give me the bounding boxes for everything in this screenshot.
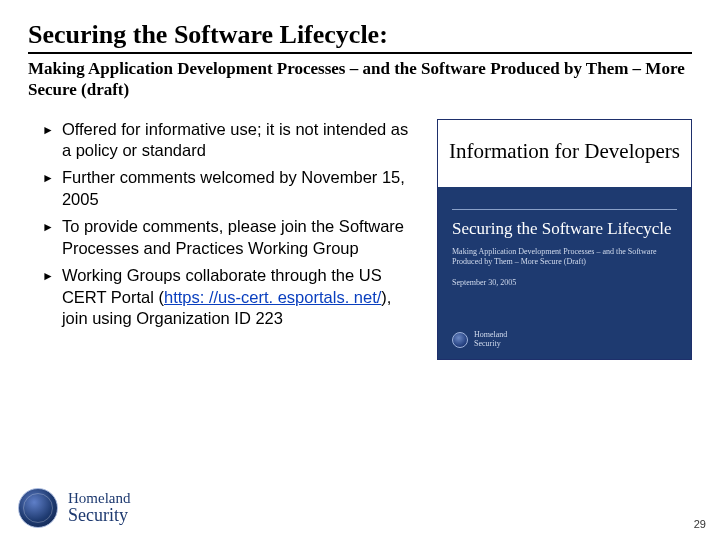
bullet-icon: ► — [42, 123, 54, 162]
dhs-seal-icon — [18, 488, 58, 528]
list-item: ► Offered for informative use; it is not… — [64, 119, 417, 162]
bullet-icon: ► — [42, 171, 54, 210]
content-row: ► Offered for informative use; it is not… — [28, 119, 692, 360]
cover-org-l2: Security — [474, 340, 507, 349]
bullet-icon: ► — [42, 220, 54, 259]
list-item: ► Working Groups collaborate through the… — [64, 265, 417, 329]
list-item: ► Further comments welcomed by November … — [64, 167, 417, 210]
portal-link[interactable]: https: //us-cert. esportals. net/ — [164, 288, 381, 306]
cover-footer: Homeland Security — [452, 331, 507, 349]
list-item: ► To provide comments, please join the S… — [64, 216, 417, 259]
cover-title: Securing the Software Lifecycle — [452, 218, 677, 239]
footer-org-l1: Homeland — [68, 491, 130, 507]
document-cover: Securing the Software Lifecycle Making A… — [438, 187, 691, 359]
cover-date: September 30, 2005 — [452, 278, 677, 287]
side-panel: Information for Developers Securing the … — [437, 119, 692, 360]
bullet-text: Further comments welcomed by November 15… — [62, 167, 417, 210]
bullet-text: To provide comments, please join the Sof… — [62, 216, 417, 259]
page-number: 29 — [694, 518, 706, 530]
panel-heading: Information for Developers — [438, 120, 691, 187]
bullet-icon: ► — [42, 269, 54, 329]
bullet-text: Working Groups collaborate through the U… — [62, 265, 417, 329]
cover-rule — [452, 209, 677, 210]
slide-title: Securing the Software Lifecycle: — [28, 20, 692, 50]
footer-org-l2: Security — [68, 506, 130, 525]
footer-org: Homeland Security — [68, 491, 130, 526]
slide-subtitle: Making Application Development Processes… — [28, 58, 692, 101]
dhs-seal-icon — [452, 332, 468, 348]
title-rule — [28, 52, 692, 54]
bullet-list: ► Offered for informative use; it is not… — [28, 119, 417, 336]
bullet-text: Offered for informative use; it is not i… — [62, 119, 417, 162]
cover-subtitle: Making Application Development Processes… — [452, 247, 677, 268]
slide-footer: Homeland Security — [18, 488, 130, 528]
cover-org: Homeland Security — [474, 331, 507, 349]
